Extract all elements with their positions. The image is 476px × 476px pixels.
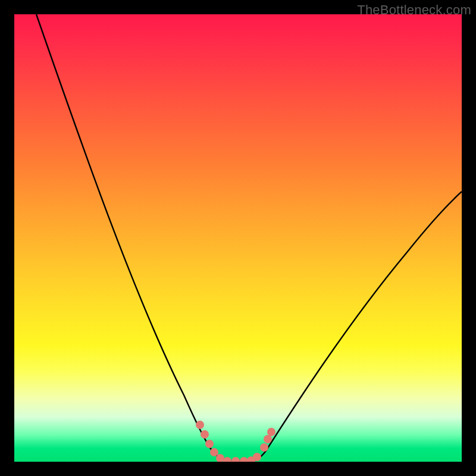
svg-point-6 xyxy=(231,457,240,462)
svg-point-12 xyxy=(267,428,275,436)
svg-point-3 xyxy=(210,448,218,456)
bottleneck-curve xyxy=(14,14,462,462)
svg-point-11 xyxy=(264,435,272,443)
svg-point-0 xyxy=(196,421,204,429)
svg-point-2 xyxy=(205,440,214,448)
watermark-text: TheBottleneck.com xyxy=(357,2,471,18)
svg-point-5 xyxy=(223,457,231,462)
svg-point-7 xyxy=(240,457,248,462)
chart-plot-area xyxy=(14,14,462,462)
svg-point-10 xyxy=(260,443,268,452)
chart-frame: TheBottleneck.com xyxy=(0,0,476,476)
curve-path xyxy=(36,14,462,461)
svg-point-1 xyxy=(201,430,209,439)
svg-point-9 xyxy=(253,453,261,461)
highlight-dots xyxy=(196,421,275,462)
svg-point-4 xyxy=(216,454,224,462)
